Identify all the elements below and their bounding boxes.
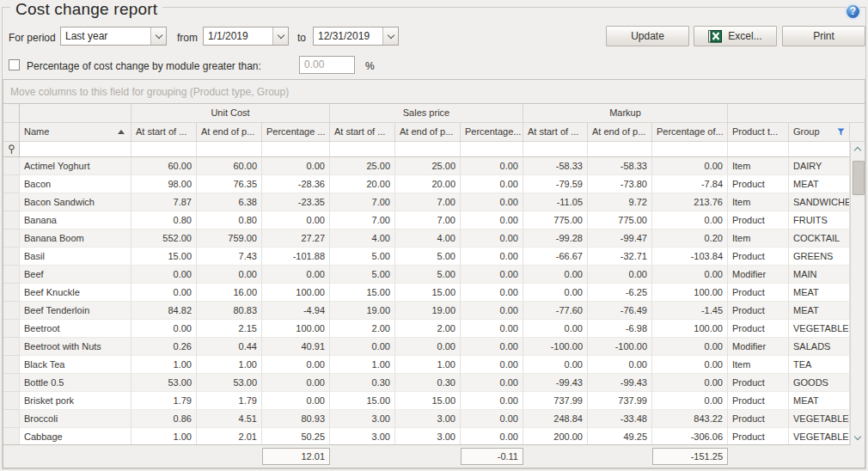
cell[interactable]: 0.00 — [652, 266, 728, 284]
cell[interactable]: 0.00 — [461, 428, 523, 445]
cell[interactable]: 0.00 — [461, 356, 523, 374]
cell[interactable]: 2.01 — [197, 428, 262, 445]
cell[interactable]: MEAT — [789, 175, 850, 193]
cell[interactable]: 80.93 — [262, 410, 330, 428]
cell[interactable]: 0.30 — [330, 374, 395, 392]
filter-cell[interactable] — [523, 142, 588, 157]
cell[interactable]: 1.00 — [197, 356, 262, 374]
cell[interactable]: 7.87 — [131, 193, 197, 211]
cell[interactable]: 2.00 — [330, 320, 395, 338]
table-row[interactable]: Black Tea1.001.000.001.001.000.000.000.0… — [3, 356, 865, 374]
row-indicator[interactable] — [3, 338, 20, 356]
cell[interactable]: 0.00 — [652, 374, 728, 392]
cell[interactable]: 0.00 — [523, 266, 588, 284]
cell[interactable]: 775.00 — [523, 211, 588, 229]
cell[interactable]: 0.00 — [461, 211, 523, 229]
cell[interactable]: 60.00 — [197, 157, 262, 175]
cell[interactable]: 84.82 — [131, 302, 197, 320]
cell[interactable]: VEGETABLES — [789, 428, 850, 445]
cell[interactable]: VEGETABLES — [789, 320, 850, 338]
cell[interactable]: -76.49 — [588, 302, 652, 320]
cell[interactable]: 15.00 — [330, 392, 395, 410]
cell[interactable]: 0.00 — [461, 229, 523, 248]
cell[interactable]: -58.33 — [523, 157, 588, 175]
cell[interactable]: 7.00 — [395, 211, 461, 229]
cell[interactable]: Item — [728, 356, 789, 374]
cell[interactable]: 2.00 — [395, 320, 461, 338]
cell[interactable]: 0.00 — [461, 266, 523, 284]
cell[interactable]: -7.84 — [652, 175, 728, 193]
cell[interactable]: 248.84 — [523, 410, 588, 428]
cell[interactable]: COCKTAIL — [789, 229, 850, 248]
cell[interactable]: Item — [728, 193, 789, 211]
cell[interactable]: Beef Tenderloin — [20, 302, 131, 320]
column-header-sp-start[interactable]: At start of ... — [330, 123, 395, 142]
table-row[interactable]: Cabbage1.002.0150.253.003.000.00200.0049… — [3, 428, 865, 445]
cell[interactable]: Beef Knuckle — [20, 284, 131, 302]
print-button[interactable]: Print — [782, 26, 865, 46]
row-indicator[interactable] — [3, 175, 20, 193]
cell[interactable]: -6.25 — [588, 284, 652, 302]
cell[interactable]: 0.00 — [461, 410, 523, 428]
cell[interactable]: 0.80 — [197, 211, 262, 229]
cell[interactable]: MAIN — [789, 266, 850, 284]
cell[interactable]: -32.71 — [588, 248, 652, 266]
cell[interactable]: 0.00 — [461, 302, 523, 320]
cell[interactable]: -66.67 — [523, 248, 588, 266]
cell[interactable]: 1.00 — [395, 356, 461, 374]
cell[interactable]: -100.00 — [588, 338, 652, 356]
cell[interactable]: Banana — [20, 211, 131, 229]
column-header-uc-start[interactable]: At start of ... — [131, 123, 197, 142]
cell[interactable]: 0.00 — [652, 338, 728, 356]
cell[interactable]: Beetroot — [20, 320, 131, 338]
period-select-dropdown-button[interactable] — [150, 28, 166, 45]
cell[interactable]: Modifier — [728, 266, 789, 284]
cell[interactable]: Item — [728, 157, 789, 175]
cell[interactable]: 0.00 — [652, 356, 728, 374]
table-row[interactable]: Bacon Sandwich7.876.38-23.357.007.000.00… — [3, 193, 865, 211]
column-header-mu-percentage[interactable]: Percentage of... — [652, 123, 728, 142]
cell[interactable]: 25.00 — [330, 157, 395, 175]
cell[interactable]: 0.00 — [461, 338, 523, 356]
cell[interactable]: Product — [728, 211, 789, 229]
cell[interactable]: 20.00 — [395, 175, 461, 193]
cell[interactable]: Bottle 0.5 — [20, 374, 131, 392]
cell[interactable]: -73.80 — [588, 175, 652, 193]
cell[interactable]: 0.00 — [652, 157, 728, 175]
cell[interactable]: 5.00 — [395, 248, 461, 266]
cell[interactable]: 0.00 — [461, 320, 523, 338]
cell[interactable]: -99.43 — [588, 374, 652, 392]
cell[interactable]: 0.00 — [395, 338, 461, 356]
update-button[interactable]: Update — [606, 26, 689, 46]
cell[interactable]: Product — [728, 374, 789, 392]
threshold-checkbox[interactable] — [9, 59, 20, 70]
cell[interactable]: 0.00 — [461, 157, 523, 175]
filter-cell[interactable] — [588, 142, 652, 157]
cell[interactable]: -11.05 — [523, 193, 588, 211]
cell[interactable]: 200.00 — [523, 428, 588, 445]
column-header-uc-percentage[interactable]: Percentage ... — [262, 123, 330, 142]
column-header-group[interactable]: Group — [789, 123, 850, 142]
table-row[interactable]: Beetroot with Nuts0.260.4440.910.000.000… — [3, 338, 865, 356]
filter-cell[interactable] — [395, 142, 461, 157]
cell[interactable]: -100.00 — [523, 338, 588, 356]
to-date-dropdown-button[interactable] — [382, 28, 398, 45]
filter-cell-name[interactable] — [20, 142, 131, 157]
table-row[interactable]: Banana0.800.800.007.007.000.00775.00775.… — [3, 211, 865, 229]
row-indicator[interactable] — [3, 157, 20, 175]
cell[interactable]: 0.00 — [523, 356, 588, 374]
cell[interactable]: SALADS — [789, 338, 850, 356]
scroll-up-button[interactable] — [851, 142, 865, 156]
cell[interactable]: 3.00 — [395, 428, 461, 445]
filter-cell[interactable] — [131, 142, 197, 157]
filter-cell[interactable] — [789, 142, 850, 157]
cell[interactable]: Product — [728, 320, 789, 338]
column-header-uc-end[interactable]: At end of p... — [197, 123, 262, 142]
table-row[interactable]: Beetroot0.002.15100.002.002.000.000.00-6… — [3, 320, 865, 338]
cell[interactable]: 4.51 — [197, 410, 262, 428]
cell[interactable]: 0.00 — [262, 392, 330, 410]
cell[interactable]: 0.00 — [461, 284, 523, 302]
cell[interactable]: 737.99 — [523, 392, 588, 410]
row-indicator[interactable] — [3, 428, 20, 445]
cell[interactable]: 0.86 — [131, 410, 197, 428]
